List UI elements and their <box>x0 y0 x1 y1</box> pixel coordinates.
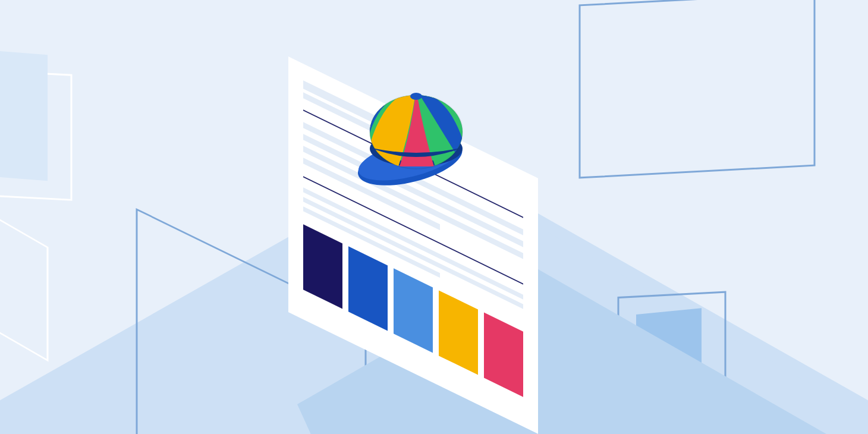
hero-illustration <box>0 0 868 434</box>
svg-point-13 <box>410 93 422 100</box>
decorative-panel-fill-top-left <box>0 49 48 181</box>
